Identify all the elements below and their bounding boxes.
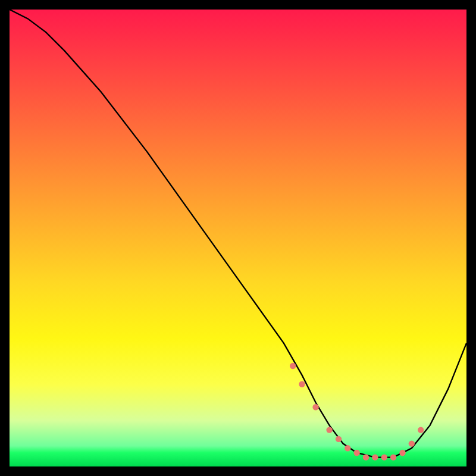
highlight-dot: [399, 450, 405, 456]
highlight-dot: [336, 436, 342, 442]
bottleneck-chart: [10, 10, 466, 466]
highlight-dot: [290, 363, 296, 369]
highlight-dot: [363, 454, 369, 460]
gradient-background: [10, 10, 466, 466]
highlight-dot: [345, 445, 350, 451]
highlight-dot: [372, 454, 378, 460]
highlight-dot: [418, 427, 424, 433]
highlight-dot: [326, 427, 332, 433]
chart-frame: TheBottleneck.com: [10, 10, 466, 466]
highlight-dot: [390, 454, 396, 460]
highlight-dot: [299, 381, 305, 387]
highlight-dot: [381, 454, 387, 460]
highlight-dot: [312, 404, 318, 410]
highlight-dot: [409, 440, 415, 446]
highlight-dot: [354, 450, 360, 456]
